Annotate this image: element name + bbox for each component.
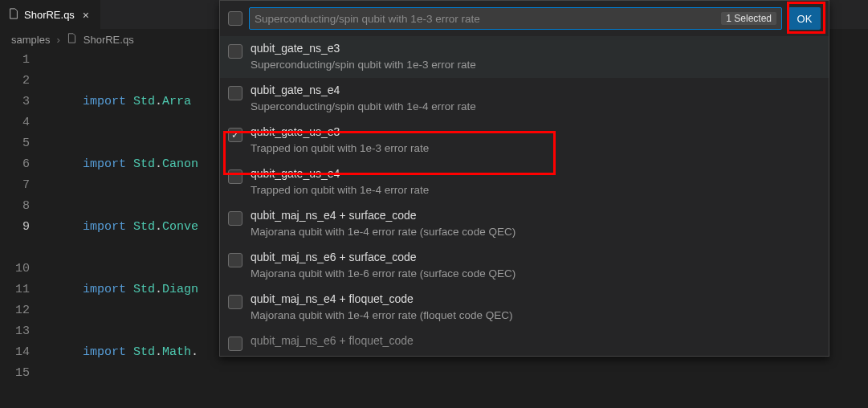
quickpick-list: qubit_gate_ns_e3 Superconducting/spin qu… [220,36,829,356]
quickpick-input[interactable] [255,13,716,25]
item-checkbox[interactable] [228,337,242,351]
ok-button[interactable]: OK [789,7,821,30]
quickpick-panel: 1 Selected OK qubit_gate_ns_e3 Supercond… [219,0,829,357]
item-checkbox[interactable] [228,86,242,100]
list-item[interactable]: qubit_gate_ns_e4 Superconducting/spin qu… [220,78,829,120]
quickpick-input-wrap: 1 Selected [249,7,782,30]
tab-filename: ShorRE.qs [24,9,75,21]
file-icon [67,33,77,46]
tab-shorre[interactable]: ShorRE.qs × [0,0,100,29]
breadcrumb-folder[interactable]: samples [11,34,50,46]
line-gutter: 1 2 3 4 5 6 7 8 9 10 11 12 13 14 15 [0,50,44,408]
item-checkbox[interactable]: ✓ [228,128,242,142]
item-checkbox[interactable] [228,44,242,59]
item-checkbox[interactable] [228,211,242,226]
selected-count-badge: 1 Selected [721,12,776,25]
chevron-right-icon: › [56,34,59,46]
quickpick-header: 1 Selected OK [220,1,829,36]
list-item[interactable]: ✓ qubit_gate_us_e3 Trapped ion qubit wit… [220,120,829,161]
list-item[interactable]: qubit_maj_ns_e6 + floquet_code [220,328,829,356]
list-item[interactable]: qubit_gate_ns_e3 Superconducting/spin qu… [220,36,829,78]
select-all-checkbox[interactable] [228,11,242,26]
list-item[interactable]: qubit_maj_ns_e4 + surface_code Majorana … [220,203,829,245]
list-item[interactable]: qubit_maj_ns_e6 + surface_code Majorana … [220,245,829,287]
list-item[interactable]: qubit_maj_ns_e4 + floquet_code Majorana … [220,287,829,328]
file-icon [8,8,19,22]
item-checkbox[interactable] [228,253,242,267]
item-checkbox[interactable] [228,169,242,184]
breadcrumb-file[interactable]: ShorRE.qs [84,34,134,46]
list-item[interactable]: qubit_gate_us_e4 Trapped ion qubit with … [220,161,829,203]
close-icon[interactable]: × [79,9,92,22]
item-checkbox[interactable] [228,295,242,309]
